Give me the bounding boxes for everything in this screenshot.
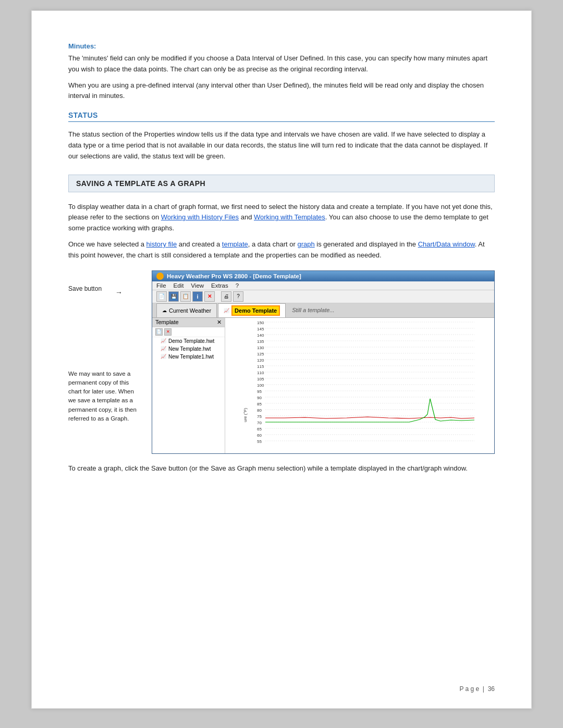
svg-text:100: 100 bbox=[257, 383, 264, 388]
toolbar-print[interactable]: 🖨 bbox=[221, 291, 231, 302]
link-chart-data-window[interactable]: Chart/Data window bbox=[418, 240, 475, 248]
saving-para3: To create a graph, click the Save button… bbox=[68, 463, 495, 474]
app-titlebar: Heavy Weather Pro WS 2800 - [Demo Templa… bbox=[152, 271, 494, 281]
panel-icon-delete[interactable]: ✕ bbox=[164, 328, 172, 336]
saving-section: SAVING A TEMPLATE AS A GRAPH To display … bbox=[68, 175, 495, 474]
menu-edit[interactable]: Edit bbox=[174, 282, 184, 289]
chart-svg: 150 145 140 135 130 125 120 115 110 105 … bbox=[225, 318, 494, 453]
svg-text:105: 105 bbox=[257, 377, 264, 381]
save-button-annotation: Save button bbox=[68, 285, 115, 292]
left-annotations: Save button → We may want to save a perm… bbox=[68, 270, 152, 454]
toolbar-save[interactable]: 💾 bbox=[168, 291, 179, 302]
svg-text:115: 115 bbox=[257, 364, 264, 369]
panel-file-3[interactable]: 📈 New Template1.hwt bbox=[152, 353, 225, 361]
panel-file-1-label: Demo Template.hwt bbox=[168, 338, 214, 344]
svg-text:95: 95 bbox=[257, 389, 262, 394]
svg-text:65: 65 bbox=[257, 427, 262, 431]
toolbar-new[interactable]: 📄 bbox=[156, 291, 167, 302]
svg-text:85: 85 bbox=[257, 402, 262, 406]
link-graph[interactable]: graph bbox=[297, 240, 314, 248]
link-template[interactable]: template bbox=[222, 240, 248, 248]
status-section: STATUS The status section of the Propert… bbox=[68, 111, 495, 162]
saving-para1: To display weather data in a chart of gr… bbox=[68, 202, 495, 234]
minutes-label: Minutes: bbox=[68, 42, 495, 50]
tab-demo-template[interactable]: 📈 Demo Template bbox=[218, 303, 286, 317]
link-history-file[interactable]: history file bbox=[146, 240, 177, 248]
panel-file-2[interactable]: 📈 New Template.hwt bbox=[152, 345, 225, 353]
svg-text:60: 60 bbox=[257, 433, 262, 438]
app-chart: 150 145 140 135 130 125 120 115 110 105 … bbox=[225, 318, 494, 453]
svg-text:125: 125 bbox=[257, 352, 264, 356]
svg-text:145: 145 bbox=[257, 327, 264, 331]
saving-para2: Once we have selected a history file and… bbox=[68, 239, 495, 261]
app-tabbar: ☁ Current Weather 📈 Demo Template Still … bbox=[152, 303, 494, 318]
page: Minutes: The 'minutes' field can only be… bbox=[31, 10, 532, 709]
toolbar-close[interactable]: ✕ bbox=[204, 291, 215, 302]
page-number: P a g e | 36 bbox=[459, 685, 495, 693]
menu-view[interactable]: View bbox=[191, 282, 204, 289]
app-toolbar: 📄 💾 📋 i ✕ 🖨 ? bbox=[152, 290, 494, 303]
app-title: Heavy Weather Pro WS 2800 - [Demo Templa… bbox=[167, 273, 301, 279]
app-icon bbox=[156, 273, 164, 280]
app-menubar: File Edit View Extras ? bbox=[152, 281, 494, 290]
svg-text:140: 140 bbox=[257, 333, 264, 338]
svg-text:90: 90 bbox=[257, 396, 262, 400]
link-working-templates[interactable]: Working with Templates bbox=[254, 213, 325, 221]
panel-icons: 📄 ✕ bbox=[152, 327, 225, 337]
svg-text:80: 80 bbox=[257, 408, 262, 413]
permanent-copy-annotation: We may want to save a permanent copy of … bbox=[68, 369, 141, 424]
svg-text:75: 75 bbox=[257, 414, 262, 419]
diagram-wrapper: Save button → We may want to save a perm… bbox=[68, 270, 495, 454]
app-panel: Template ✕ 📄 ✕ 📈 Demo Template.hwt � bbox=[152, 318, 225, 453]
panel-title: Template bbox=[155, 319, 179, 325]
svg-text:120: 120 bbox=[257, 358, 264, 363]
link-working-history[interactable]: Working with History Files bbox=[161, 213, 239, 221]
menu-file[interactable]: File bbox=[156, 282, 166, 289]
status-para: The status section of the Properties win… bbox=[68, 129, 495, 162]
svg-text:135: 135 bbox=[257, 339, 264, 344]
save-button-arrow: → bbox=[115, 288, 123, 297]
tab-current-weather-label: Current Weather bbox=[169, 307, 211, 314]
toolbar-info[interactable]: i bbox=[192, 291, 203, 302]
panel-close[interactable]: ✕ bbox=[217, 319, 222, 326]
tab-still-template: Still a template... bbox=[287, 303, 339, 317]
svg-text:150: 150 bbox=[257, 320, 264, 325]
tab-demo-template-label: Demo Template bbox=[231, 305, 280, 316]
app-content: Template ✕ 📄 ✕ 📈 Demo Template.hwt � bbox=[152, 318, 494, 453]
minutes-para2: When you are using a pre-defined interva… bbox=[68, 80, 495, 102]
minutes-para1: The 'minutes' field can only be modified… bbox=[68, 53, 495, 75]
minutes-section: Minutes: The 'minutes' field can only be… bbox=[68, 42, 495, 102]
panel-file-3-label: New Template1.hwt bbox=[168, 354, 214, 360]
svg-text:110: 110 bbox=[257, 371, 264, 375]
svg-text:55: 55 bbox=[257, 439, 262, 444]
app-window: Heavy Weather Pro WS 2800 - [Demo Templa… bbox=[152, 270, 495, 454]
tab-current-weather[interactable]: ☁ Current Weather bbox=[156, 303, 217, 317]
svg-text:70: 70 bbox=[257, 421, 262, 425]
status-heading: STATUS bbox=[68, 111, 495, 122]
panel-icon-new[interactable]: 📄 bbox=[155, 328, 163, 336]
toolbar-copy[interactable]: 📋 bbox=[180, 291, 191, 302]
panel-header: Template ✕ bbox=[152, 318, 225, 327]
menu-help[interactable]: ? bbox=[236, 282, 239, 289]
svg-text:130: 130 bbox=[257, 346, 264, 350]
svg-text:ure (°F): ure (°F) bbox=[243, 408, 248, 422]
toolbar-question[interactable]: ? bbox=[233, 291, 243, 302]
menu-extras[interactable]: Extras bbox=[211, 282, 228, 289]
saving-heading: SAVING A TEMPLATE AS A GRAPH bbox=[68, 175, 495, 192]
panel-file-1[interactable]: 📈 Demo Template.hwt bbox=[152, 337, 225, 345]
panel-file-2-label: New Template.hwt bbox=[168, 346, 211, 352]
